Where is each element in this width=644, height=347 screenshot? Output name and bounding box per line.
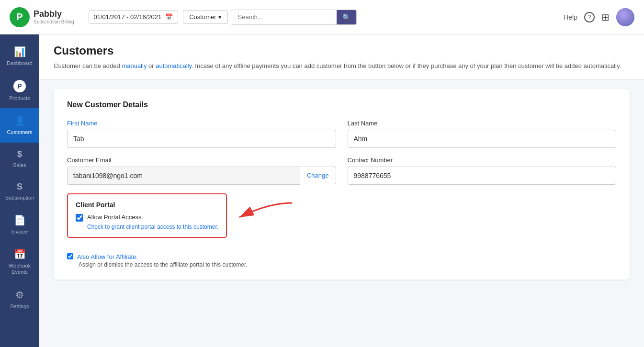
portal-access-row: Allow Portal Access. (76, 213, 218, 222)
last-name-group: Last Name (348, 120, 617, 148)
first-name-group: First Name (67, 120, 336, 148)
help-label: Help (564, 13, 577, 21)
search-bar: 🔍 (231, 10, 357, 25)
email-group: Customer Email Change (67, 157, 336, 185)
webhook-icon: 📅 (14, 248, 26, 260)
search-button[interactable]: 🔍 (337, 10, 356, 24)
automatically-link[interactable]: automatically (156, 62, 192, 69)
sidebar-item-dashboard[interactable]: 📊 Dashboard (0, 39, 39, 73)
red-arrow-indicator (230, 198, 297, 227)
email-label: Customer Email (67, 157, 336, 164)
calendar-icon[interactable]: 📅 (165, 13, 173, 21)
name-row: First Name Last Name (67, 120, 616, 148)
first-name-label: First Name (67, 120, 336, 127)
logo-icon: P (10, 7, 30, 27)
sidebar-item-settings[interactable]: ⚙ Settings (0, 282, 39, 316)
sidebar-label-sales: Sales (13, 162, 26, 168)
last-name-label: Last Name (348, 120, 617, 127)
sidebar-label-webhook: Webhook Events (4, 263, 35, 275)
sales-icon: $ (17, 149, 22, 159)
phone-input[interactable] (348, 167, 617, 185)
content-body: New Customer Details First Name Last Nam… (39, 79, 644, 289)
sidebar-item-invoice[interactable]: 📄 Invoice (0, 208, 39, 242)
contact-row: Customer Email Change Contact Number (67, 157, 616, 185)
sidebar-label-products: Products (9, 95, 30, 101)
sidebar-item-customers[interactable]: 👤 Customers (0, 108, 39, 142)
logo-title: Pabbly (34, 10, 74, 19)
affiliate-checkbox[interactable] (67, 253, 73, 259)
sidebar-item-sales[interactable]: $ Sales (0, 143, 39, 175)
sidebar-item-products[interactable]: P Products (0, 73, 39, 108)
sidebar-item-subscription[interactable]: S Subscription (0, 175, 39, 208)
grid-icon[interactable]: ⊞ (601, 11, 610, 23)
filter-dropdown[interactable]: Customer ▾ (183, 10, 227, 24)
date-range-value: 01/01/2017 - 02/16/2021 (94, 13, 162, 21)
sidebar: 📊 Dashboard P Products 👤 Customers $ Sal… (0, 34, 39, 347)
phone-label: Contact Number (348, 157, 617, 164)
allow-portal-checkbox[interactable] (76, 214, 83, 222)
portal-title: Client Portal (76, 201, 218, 209)
affiliate-row: Also Allow for Affiliate. (67, 253, 616, 260)
email-input-row: Change (67, 167, 336, 185)
logo: P Pabbly Subscription Billing (10, 7, 74, 27)
first-name-input[interactable] (67, 130, 336, 148)
client-portal-box: Client Portal Allow Portal Access. Check… (67, 193, 227, 238)
sidebar-label-invoice: Invoice (11, 229, 28, 235)
new-customer-card: New Customer Details First Name Last Nam… (54, 89, 630, 280)
phone-group: Contact Number (348, 157, 617, 185)
portal-hint: Check to grant client portal access to t… (76, 224, 218, 230)
affiliate-label: Also Allow for Affiliate. (77, 253, 138, 260)
subscription-icon: S (17, 182, 23, 192)
manually-link[interactable]: manually (122, 62, 147, 69)
search-input[interactable] (231, 10, 337, 24)
main-content: Customers Customer can be added manually… (39, 34, 644, 347)
allow-portal-label: Allow Portal Access. (87, 213, 143, 221)
sidebar-label-settings: Settings (10, 303, 29, 310)
card-title: New Customer Details (67, 101, 616, 109)
avatar-image (616, 8, 634, 26)
page-title: Customers (54, 44, 630, 57)
chevron-down-icon: ▾ (218, 13, 222, 21)
change-email-button[interactable]: Change (300, 167, 336, 184)
help-icon[interactable]: ? (584, 12, 595, 22)
affiliate-section: Also Allow for Affiliate. Assign or dism… (67, 253, 616, 268)
page-description: Customer can be added manually or automa… (54, 61, 630, 71)
content-header: Customers Customer can be added manually… (39, 34, 644, 79)
sidebar-label-dashboard: Dashboard (7, 60, 33, 67)
layout: 📊 Dashboard P Products 👤 Customers $ Sal… (0, 34, 644, 347)
dashboard-icon: 📊 (14, 46, 26, 57)
customers-icon: 👤 (14, 115, 26, 126)
topnav: P Pabbly Subscription Billing 01/01/2017… (0, 0, 644, 34)
sidebar-label-subscription: Subscription (5, 195, 34, 201)
invoice-icon: 📄 (14, 214, 26, 226)
affiliate-hint: Assign or dismiss the access to the affi… (67, 261, 616, 268)
email-input[interactable] (67, 167, 300, 185)
settings-icon: ⚙ (15, 289, 24, 301)
sidebar-label-customers: Customers (7, 129, 32, 135)
nav-right: Help ? ⊞ (564, 8, 634, 26)
sidebar-item-webhook[interactable]: 📅 Webhook Events (0, 242, 39, 282)
logo-subtitle: Subscription Billing (34, 19, 74, 24)
products-icon: P (13, 80, 26, 92)
last-name-input[interactable] (348, 130, 617, 148)
date-range-picker[interactable]: 01/01/2017 - 02/16/2021 📅 (89, 10, 179, 24)
avatar[interactable] (616, 8, 634, 26)
